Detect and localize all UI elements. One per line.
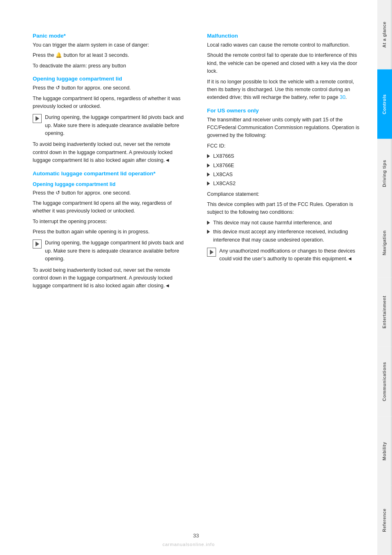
malfunction-text2: Should the remote control fail to operat… xyxy=(207,51,361,75)
watermark-area: carmanualsonline.info xyxy=(0,542,377,547)
right-column: Malfunction Local radio waves can cause … xyxy=(203,33,361,522)
malfunction-text3: If it is no longer possible to lock the … xyxy=(207,78,361,102)
condition-text-0: This device may not cause harmful interf… xyxy=(213,219,332,227)
fcc-id-value-0: LX8766S xyxy=(213,152,234,160)
conditions-list: This device may not cause harmful interf… xyxy=(207,219,361,244)
note-arrow-3 xyxy=(210,250,214,255)
sidebar-tab-driving-tips[interactable]: Driving tips xyxy=(377,139,392,208)
panic-mode-text1: You can trigger the alarm system in case… xyxy=(33,41,187,49)
page-container: Panic mode* You can trigger the alarm sy… xyxy=(0,0,392,555)
bullet-arrow-3 xyxy=(207,181,210,186)
sidebar-tab-communications[interactable]: Communications xyxy=(377,347,392,416)
automatic-text3: To interrupt the opening process: xyxy=(33,218,187,226)
panic-mode-heading: Panic mode* xyxy=(33,33,187,39)
opening-luggage-heading: Opening luggage compartment lid xyxy=(33,76,187,82)
automatic-text5: To avoid being inadvertently locked out,… xyxy=(33,266,187,290)
panic-mode-text2: Press the 🔔 button for at least 3 second… xyxy=(33,51,187,59)
fcc-id-value-1: LX8766E xyxy=(213,162,234,170)
sidebar-tab-at-a-glance[interactable]: At a glance xyxy=(377,0,392,69)
fcc-id-item-2: LX8CAS xyxy=(207,171,361,179)
opening-luggage-text1: Press the ↺ button for approx. one secon… xyxy=(33,84,187,92)
note-icon-2 xyxy=(33,239,42,248)
note-arrow-1 xyxy=(36,116,39,121)
malfunction-heading: Malfunction xyxy=(207,33,361,39)
compliance-text: This device complies with part 15 of the… xyxy=(207,201,361,217)
automatic-text2: The luggage compartment lid opens all th… xyxy=(33,199,187,215)
opening-luggage-text3: To avoid being inadvertently locked out,… xyxy=(33,141,187,164)
automatic-text1: Press the ↺ button for approx. one secon… xyxy=(33,189,187,197)
note-icon-3 xyxy=(207,248,216,257)
automatic-heading: Automatic luggage compartment lid operat… xyxy=(33,170,187,177)
automatic-text4: Press the button again while opening is … xyxy=(33,228,187,236)
page-number: 33 xyxy=(193,533,199,539)
for-us-owners-note-text: Any unauthorized modifications or change… xyxy=(219,247,361,263)
opening-luggage-note1-text: During opening, the luggage compartment … xyxy=(45,114,187,137)
opening-luggage-note1: During opening, the luggage compartment … xyxy=(33,114,187,137)
bullet-arrow-0 xyxy=(207,154,210,158)
condition-item-1: this device must accept any interference… xyxy=(207,228,361,244)
sidebar-tab-navigation[interactable]: Navigation xyxy=(377,208,392,278)
automatic-note1: During opening, the luggage compartment … xyxy=(33,239,187,263)
fcc-id-list: LX8766S LX8766E LX8CAS LX8CAS2 xyxy=(207,152,361,188)
left-column: Panic mode* You can trigger the alarm sy… xyxy=(33,33,191,522)
sidebar-tab-reference[interactable]: Reference xyxy=(377,486,392,555)
fcc-id-item-0: LX8766S xyxy=(207,152,361,160)
page-link-30[interactable]: 30 xyxy=(340,94,345,100)
main-content: Panic mode* You can trigger the alarm sy… xyxy=(0,0,377,555)
fcc-id-item-1: LX8766E xyxy=(207,162,361,170)
note-icon-1 xyxy=(33,114,42,123)
sidebar-tab-mobility[interactable]: Mobility xyxy=(377,416,392,486)
malfunction-text1: Local radio waves can cause the remote c… xyxy=(207,41,361,49)
compliance-label: Compliance statement: xyxy=(207,190,361,198)
opening-luggage-text2: The luggage compartment lid opens, regar… xyxy=(33,95,187,111)
bullet-arrow-1 xyxy=(207,163,210,168)
fcc-id-value-3: LX8CAS2 xyxy=(213,180,236,188)
right-sidebar: At a glance Controls Driving tips Naviga… xyxy=(377,0,392,555)
for-us-owners-text1: The transmitter and receiver units compl… xyxy=(207,116,361,140)
condition-arrow-0 xyxy=(207,221,210,225)
for-us-owners-note: Any unauthorized modifications or change… xyxy=(207,247,361,263)
panic-mode-text3: To deactivate the alarm: press any butto… xyxy=(33,62,187,70)
condition-arrow-1 xyxy=(207,230,210,234)
for-us-owners-heading: For US owners only xyxy=(207,107,361,114)
sidebar-tab-controls[interactable]: Controls xyxy=(377,69,392,139)
bullet-arrow-2 xyxy=(207,172,210,177)
condition-item-0: This device may not cause harmful interf… xyxy=(207,219,361,227)
fcc-id-label: FCC ID: xyxy=(207,142,361,150)
watermark-text: carmanualsonline.info xyxy=(163,542,215,547)
sidebar-tab-entertainment[interactable]: Entertainment xyxy=(377,278,392,347)
automatic-sub-heading: Opening luggage compartment lid xyxy=(33,181,187,187)
automatic-note1-text: During opening, the luggage compartment … xyxy=(45,239,187,263)
condition-text-1: this device must accept any interference… xyxy=(213,228,361,244)
fcc-id-item-3: LX8CAS2 xyxy=(207,180,361,188)
note-arrow-2 xyxy=(36,242,39,246)
fcc-id-value-2: LX8CAS xyxy=(213,171,233,179)
